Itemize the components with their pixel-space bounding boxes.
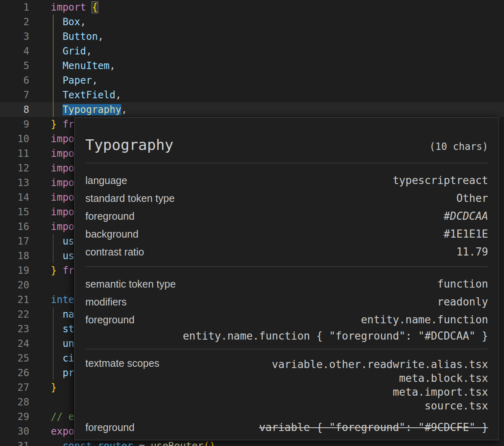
code-token[interactable]: Paper [63,75,92,86]
code-token[interactable] [51,440,63,446]
code-content[interactable]: MenuItem, [37,58,115,73]
code-token[interactable]: na [63,309,74,320]
line-number[interactable]: 14 [0,190,37,205]
code-token[interactable]: , [110,60,115,71]
code-token[interactable]: impo [51,148,74,159]
code-content[interactable]: us [37,234,74,249]
line-number[interactable]: 25 [0,351,37,366]
code-token[interactable]: Grid [63,45,86,57]
code-token[interactable]: } [51,119,56,130]
code-line[interactable]: 7 TextField, [0,88,504,102]
code-token[interactable]: impo [51,192,74,203]
code-token[interactable]: MenuItem [63,60,110,71]
code-content[interactable]: impo [37,175,74,190]
line-number[interactable]: 23 [0,322,37,336]
code-line[interactable]: 4 Grid, [0,44,504,58]
line-number[interactable]: 27 [0,380,37,395]
line-number[interactable]: 3 [0,29,37,44]
line-number[interactable]: 29 [0,409,37,424]
line-number[interactable]: 20 [0,278,37,292]
code-token[interactable]: ci [63,353,74,364]
code-content[interactable]: } [37,380,56,395]
code-token[interactable]: () [204,440,215,446]
code-content[interactable]: Typography, [37,102,127,117]
code-token[interactable]: useRouter [151,440,204,446]
code-content[interactable]: TextField, [37,88,121,102]
code-content[interactable]: us [37,249,74,263]
code-token[interactable]: } [51,265,56,276]
line-number[interactable]: 4 [0,44,37,58]
code-line[interactable]: 8 Typography, [0,102,504,117]
line-number[interactable]: 30 [0,424,37,439]
line-number[interactable]: 22 [0,307,37,322]
code-token[interactable]: import [51,2,86,13]
code-token[interactable]: impo [51,221,74,232]
code-token[interactable]: } [51,382,56,393]
line-number[interactable]: 19 [0,263,37,278]
code-content[interactable]: impo [37,219,74,234]
code-token[interactable]: , [98,31,104,42]
line-number[interactable]: 16 [0,219,37,234]
line-number[interactable]: 8 [0,102,37,117]
code-token[interactable] [56,265,62,276]
inspected-token[interactable]: Typography [63,104,122,115]
line-number[interactable]: 5 [0,58,37,73]
code-line[interactable]: 3 Button, [0,29,504,44]
line-number[interactable]: 21 [0,292,37,307]
code-token[interactable]: Box [63,16,80,28]
code-content[interactable]: Paper, [37,73,98,88]
code-content[interactable]: impo [37,132,74,146]
code-token[interactable]: inte [51,294,74,305]
line-number[interactable]: 17 [0,234,37,249]
code-content[interactable]: st [37,322,74,336]
line-number[interactable]: 9 [0,117,37,132]
line-number[interactable]: 24 [0,336,37,351]
code-token[interactable]: , [80,16,86,28]
code-line[interactable]: 6 Paper, [0,73,504,88]
code-content[interactable]: impo [37,161,74,175]
line-number[interactable]: 7 [0,88,37,102]
code-content[interactable]: expo [37,424,74,439]
code-token[interactable]: , [92,75,98,86]
code-content[interactable]: impo [37,146,74,161]
code-line[interactable]: 2 Box, [0,15,504,29]
line-number[interactable]: 12 [0,161,37,175]
line-number[interactable]: 10 [0,132,37,146]
line-number[interactable]: 31 [0,439,37,446]
code-token[interactable]: st [63,323,74,335]
code-content[interactable]: un [37,336,74,351]
code-content[interactable]: Grid, [37,44,92,58]
code-line[interactable]: 5 MenuItem, [0,58,504,73]
line-number[interactable]: 1 [0,0,37,15]
code-content[interactable]: } fr [37,263,74,278]
code-content[interactable] [37,395,51,409]
code-token[interactable]: fr [63,119,74,130]
code-token[interactable]: router [98,440,133,446]
line-number[interactable]: 11 [0,146,37,161]
code-token[interactable]: pr [63,367,74,379]
code-token[interactable]: , [86,45,92,57]
code-content[interactable] [37,278,51,292]
code-content[interactable]: ci [37,351,74,366]
code-token[interactable] [86,2,92,13]
code-token[interactable]: // e [51,411,74,422]
code-content[interactable]: pr [37,366,74,380]
code-content[interactable]: Box, [37,15,86,29]
code-token[interactable]: Button [63,31,98,42]
line-number[interactable]: 15 [0,205,37,219]
line-number[interactable]: 6 [0,73,37,88]
line-number[interactable]: 28 [0,395,37,409]
code-token[interactable]: { [92,2,98,13]
code-token[interactable]: = [133,440,150,446]
code-token[interactable]: impo [51,133,74,145]
code-content[interactable]: // e [37,409,74,424]
code-content[interactable]: import { [37,0,98,15]
code-token[interactable]: , [121,104,127,115]
line-number[interactable]: 18 [0,249,37,263]
code-content[interactable]: na [37,307,74,322]
code-token[interactable]: , [115,89,121,101]
code-content[interactable]: } fr [37,117,74,132]
code-token[interactable]: fr [63,265,74,276]
line-number[interactable]: 26 [0,366,37,380]
code-token[interactable]: impo [51,162,74,174]
